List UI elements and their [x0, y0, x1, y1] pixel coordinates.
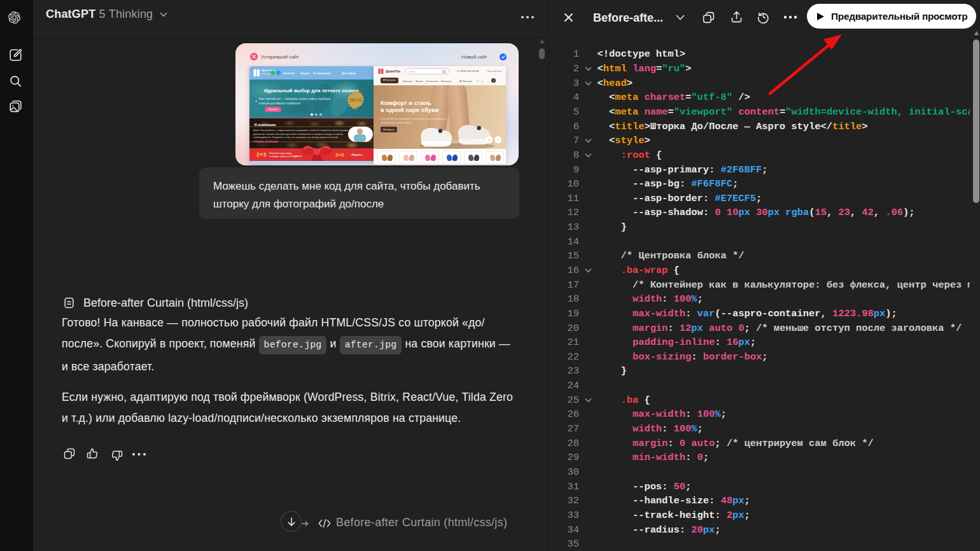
svg-text:ЛЕТО: ЛЕТО [349, 98, 362, 102]
